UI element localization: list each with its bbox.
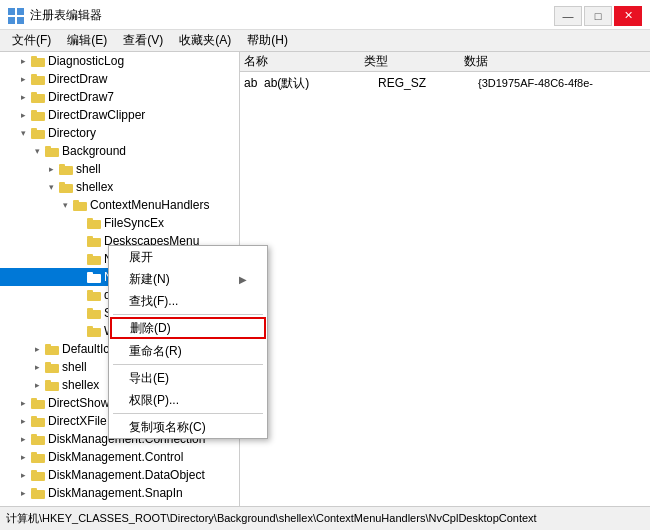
svg-rect-11	[31, 110, 37, 113]
ctx-item-expand-label: 展开	[129, 249, 153, 266]
folder-icon	[86, 251, 102, 267]
ctx-item-find-label: 查找(F)...	[129, 293, 178, 310]
tree-item-directdrawclipper[interactable]: DirectDrawClipper	[0, 106, 239, 124]
menu-favorites[interactable]: 收藏夹(A)	[171, 31, 239, 50]
tree-label: DirectDrawClipper	[48, 108, 145, 122]
svg-rect-30	[87, 292, 101, 301]
registry-row[interactable]: ab ab(默认) REG_SZ {3D1975AF-48C6-4f8e-	[240, 74, 650, 92]
svg-rect-28	[87, 274, 101, 283]
svg-rect-26	[87, 256, 101, 265]
menu-view[interactable]: 查看(V)	[115, 31, 171, 50]
tree-item-shell[interactable]: shell	[0, 160, 239, 178]
folder-icon	[44, 143, 60, 159]
expand-icon	[16, 126, 30, 140]
ctx-item-delete[interactable]: 删除(D)	[110, 317, 266, 339]
ctx-item-new-label: 新建(N)	[129, 271, 170, 288]
folder-icon	[86, 287, 102, 303]
svg-rect-33	[87, 308, 93, 311]
ctx-item-delete-label: 删除(D)	[130, 320, 171, 337]
title-bar: 注册表编辑器 — □ ✕	[0, 0, 650, 30]
tree-label: DirectDraw	[48, 72, 107, 86]
minimize-button[interactable]: —	[554, 6, 582, 26]
folder-icon	[58, 179, 74, 195]
close-button[interactable]: ✕	[614, 6, 642, 26]
expand-icon	[16, 486, 30, 500]
ctx-item-new[interactable]: 新建(N) ▶	[109, 268, 267, 290]
tree-item-diskmanagement-dataobject[interactable]: DiskManagement.DataObject	[0, 466, 239, 484]
reg-value-icon: ab	[244, 76, 260, 90]
folder-icon	[30, 89, 46, 105]
svg-rect-34	[87, 328, 101, 337]
tree-item-directory[interactable]: Directory	[0, 124, 239, 142]
svg-rect-38	[45, 364, 59, 373]
tree-label: DiskManagement.DataObject	[48, 468, 205, 482]
svg-rect-5	[31, 56, 37, 59]
svg-rect-15	[45, 146, 51, 149]
reg-value-data: {3D1975AF-48C6-4f8e-	[478, 77, 646, 89]
svg-rect-10	[31, 112, 45, 121]
svg-rect-6	[31, 76, 45, 85]
expand-icon	[16, 54, 30, 68]
tree-label: DiskManagement.SnapInAbout	[48, 504, 214, 506]
svg-rect-3	[17, 17, 24, 24]
folder-icon	[30, 449, 46, 465]
svg-rect-47	[31, 434, 37, 437]
expand-icon	[30, 378, 44, 392]
right-panel: 名称 类型 数据 ab ab(默认) REG_SZ {3D1975AF-48C6…	[240, 52, 650, 506]
app-icon	[8, 8, 24, 24]
tree-item-diskmanagement-control[interactable]: DiskManagement.Control	[0, 448, 239, 466]
column-name-header: 名称	[244, 53, 364, 70]
ctx-item-copy-name[interactable]: 复制项名称(C)	[109, 416, 267, 438]
svg-rect-43	[31, 398, 37, 401]
expand-icon	[16, 72, 30, 86]
svg-rect-53	[31, 488, 37, 491]
expand-icon	[16, 90, 30, 104]
column-data-header: 数据	[464, 53, 646, 70]
maximize-button[interactable]: □	[584, 6, 612, 26]
tree-item-diskmanagement-snapinabout[interactable]: DiskManagement.SnapInAbout	[0, 502, 239, 506]
menu-file[interactable]: 文件(F)	[4, 31, 59, 50]
ctx-item-expand[interactable]: 展开	[109, 246, 267, 268]
menu-help[interactable]: 帮助(H)	[239, 31, 296, 50]
ctx-item-rename[interactable]: 重命名(R)	[109, 340, 267, 362]
folder-icon	[86, 305, 102, 321]
status-bar-text: 计算机\HKEY_CLASSES_ROOT\Directory\Backgrou…	[6, 511, 537, 526]
tree-item-background[interactable]: Background	[0, 142, 239, 160]
tree-item-directdraw7[interactable]: DirectDraw7	[0, 88, 239, 106]
svg-rect-4	[31, 58, 45, 67]
tree-item-filesyncex[interactable]: FileSyncEx	[0, 214, 239, 232]
svg-rect-20	[73, 202, 87, 211]
tree-item-contextmenuhandlers[interactable]: ContextMenuHandlers	[0, 196, 239, 214]
expand-icon	[30, 144, 44, 158]
window-title: 注册表编辑器	[30, 7, 102, 24]
tree-item-diagnosticlog[interactable]: DiagnosticLog	[0, 52, 239, 70]
folder-icon	[86, 323, 102, 339]
expand-icon	[16, 432, 30, 446]
expand-icon	[44, 180, 58, 194]
ctx-item-permissions[interactable]: 权限(P)...	[109, 389, 267, 411]
folder-icon	[30, 71, 46, 87]
menu-edit[interactable]: 编辑(E)	[59, 31, 115, 50]
svg-rect-49	[31, 452, 37, 455]
tree-item-diskmanagement-snapin[interactable]: DiskManagement.SnapIn	[0, 484, 239, 502]
expand-icon	[44, 162, 58, 176]
folder-icon	[30, 413, 46, 429]
svg-rect-45	[31, 416, 37, 419]
folder-icon	[72, 197, 88, 213]
tree-label: DiagnosticLog	[48, 54, 124, 68]
svg-rect-18	[59, 184, 73, 193]
ctx-item-export[interactable]: 导出(E)	[109, 367, 267, 389]
tree-item-directdraw[interactable]: DirectDraw	[0, 70, 239, 88]
tree-item-shellex[interactable]: shellex	[0, 178, 239, 196]
tree-label: ContextMenuHandlers	[90, 198, 209, 212]
expand-icon	[16, 504, 30, 506]
svg-rect-48	[31, 454, 45, 463]
expand-icon	[16, 468, 30, 482]
ctx-item-find[interactable]: 查找(F)...	[109, 290, 267, 312]
tree-label: DirectXFile	[48, 414, 107, 428]
svg-rect-42	[31, 400, 45, 409]
menu-bar: 文件(F) 编辑(E) 查看(V) 收藏夹(A) 帮助(H)	[0, 30, 650, 52]
svg-rect-22	[87, 220, 101, 229]
tree-label: shell	[76, 162, 101, 176]
svg-rect-27	[87, 254, 93, 257]
